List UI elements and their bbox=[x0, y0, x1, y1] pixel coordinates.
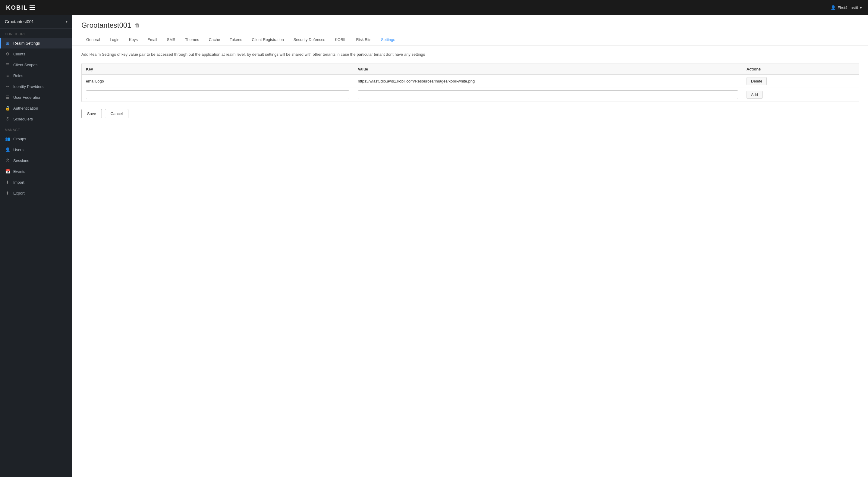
logo: KOBIL bbox=[6, 4, 35, 11]
sidebar-item-label: Sessions bbox=[13, 159, 29, 163]
tab-kobil[interactable]: KOBIL bbox=[330, 34, 351, 45]
new-key-cell bbox=[82, 88, 354, 101]
form-actions: Save Cancel bbox=[82, 109, 859, 118]
tab-settings[interactable]: Settings bbox=[376, 34, 400, 45]
delete-realm-icon[interactable]: 🗑 bbox=[135, 22, 140, 29]
col-header-key: Key bbox=[82, 64, 354, 74]
topbar: KOBIL 👤 First4 Last6 ▾ bbox=[0, 0, 868, 15]
settings-table: Key Value Actions emailLogo https://wlas… bbox=[82, 64, 859, 102]
sidebar-item-label: Clients bbox=[13, 52, 25, 56]
sidebar-item-users[interactable]: 👤 Users bbox=[0, 144, 72, 155]
logo-bars bbox=[30, 5, 35, 10]
sidebar-item-label: Realm Settings bbox=[13, 41, 40, 45]
user-menu[interactable]: 👤 First4 Last6 ▾ bbox=[831, 5, 862, 10]
sidebar-item-events[interactable]: 📅 Events bbox=[0, 166, 72, 177]
users-icon: 👤 bbox=[5, 147, 10, 152]
configure-section-label: Configure bbox=[0, 29, 72, 38]
sidebar-item-label: Export bbox=[13, 191, 25, 196]
clients-icon: ⚙ bbox=[5, 51, 10, 57]
cancel-button[interactable]: Cancel bbox=[105, 109, 128, 118]
tab-cache[interactable]: Cache bbox=[204, 34, 225, 45]
export-icon: ⬆ bbox=[5, 190, 10, 196]
sidebar-item-user-federation[interactable]: ☰ User Federation bbox=[0, 92, 72, 103]
new-key-input[interactable] bbox=[86, 90, 349, 99]
identity-providers-icon: ↔ bbox=[5, 84, 10, 89]
row-actions-cell: Delete bbox=[742, 74, 859, 88]
sidebar-item-sessions[interactable]: ⏱ Sessions bbox=[0, 155, 72, 166]
sidebar-item-clients[interactable]: ⚙ Clients bbox=[0, 48, 72, 59]
realm-arrow-icon: ▾ bbox=[66, 20, 67, 24]
sidebar-item-groups[interactable]: 👥 Groups bbox=[0, 133, 72, 144]
row-value-value: https://wlastudio.aws1.kobil.com/Resourc… bbox=[358, 79, 475, 83]
sidebar-item-label: Roles bbox=[13, 73, 23, 78]
tab-risk-bits[interactable]: Risk Bits bbox=[351, 34, 376, 45]
description-text: Add Realm Settings of key value pair to … bbox=[82, 52, 859, 58]
tab-security-defenses[interactable]: Security Defenses bbox=[289, 34, 330, 45]
sessions-icon: ⏱ bbox=[5, 158, 10, 163]
sidebar-item-identity-providers[interactable]: ↔ Identity Providers bbox=[0, 81, 72, 92]
tab-tokens[interactable]: Tokens bbox=[225, 34, 247, 45]
user-federation-icon: ☰ bbox=[5, 95, 10, 100]
user-dropdown-icon: ▾ bbox=[860, 5, 862, 10]
new-actions-cell: Add bbox=[742, 88, 859, 101]
app-body: Grootantest001 ▾ Configure ⊞ Realm Setti… bbox=[0, 15, 868, 477]
user-name: First4 Last6 bbox=[838, 5, 858, 10]
sidebar-item-label: Import bbox=[13, 180, 24, 184]
sidebar-item-export[interactable]: ⬆ Export bbox=[0, 188, 72, 199]
tab-email[interactable]: Email bbox=[143, 34, 162, 45]
row-value-cell: https://wlastudio.aws1.kobil.com/Resourc… bbox=[353, 74, 742, 88]
tab-client-registration[interactable]: Client Registration bbox=[247, 34, 288, 45]
delete-row-button[interactable]: Delete bbox=[747, 77, 767, 85]
logo-text: KOBIL bbox=[6, 4, 28, 11]
col-header-value: Value bbox=[353, 64, 742, 74]
row-key-value: emailLogo bbox=[86, 79, 104, 83]
sidebar-item-schedulers[interactable]: ⏱ Schedulers bbox=[0, 113, 72, 124]
save-button[interactable]: Save bbox=[82, 109, 102, 118]
tab-sms[interactable]: SMS bbox=[162, 34, 180, 45]
table-new-row: Add bbox=[82, 88, 859, 101]
col-header-actions: Actions bbox=[742, 64, 859, 74]
sidebar-item-label: Users bbox=[13, 147, 24, 152]
table-header-row: Key Value Actions bbox=[82, 64, 859, 74]
sidebar-item-label: Groups bbox=[13, 137, 26, 141]
tabs-bar: General Login Keys Email SMS Themes Cach… bbox=[72, 34, 868, 45]
events-icon: 📅 bbox=[5, 169, 10, 174]
sidebar-item-label: Client Scopes bbox=[13, 63, 37, 67]
realm-settings-icon: ⊞ bbox=[5, 40, 10, 46]
sidebar: Grootantest001 ▾ Configure ⊞ Realm Setti… bbox=[0, 15, 72, 477]
sidebar-item-label: Events bbox=[13, 169, 25, 174]
sidebar-item-label: User Federation bbox=[13, 95, 41, 100]
content-area: Add Realm Settings of key value pair to … bbox=[72, 45, 868, 124]
manage-section-label: Manage bbox=[0, 124, 72, 133]
new-value-input[interactable] bbox=[358, 90, 738, 99]
row-key-cell: emailLogo bbox=[82, 74, 354, 88]
sidebar-item-label: Authentication bbox=[13, 106, 38, 110]
roles-icon: ≡ bbox=[5, 73, 10, 78]
sidebar-item-client-scopes[interactable]: ☰ Client Scopes bbox=[0, 59, 72, 70]
sidebar-item-roles[interactable]: ≡ Roles bbox=[0, 70, 72, 81]
user-icon: 👤 bbox=[831, 5, 836, 10]
new-value-cell bbox=[353, 88, 742, 101]
groups-icon: 👥 bbox=[5, 136, 10, 141]
sidebar-item-authentication[interactable]: 🔒 Authentication bbox=[0, 103, 72, 113]
sidebar-item-label: Identity Providers bbox=[13, 84, 43, 89]
tab-login[interactable]: Login bbox=[105, 34, 124, 45]
add-row-button[interactable]: Add bbox=[747, 91, 763, 99]
page-title: Grootantest001 bbox=[82, 21, 131, 30]
authentication-icon: 🔒 bbox=[5, 105, 10, 111]
schedulers-icon: ⏱ bbox=[5, 116, 10, 122]
tab-themes[interactable]: Themes bbox=[180, 34, 204, 45]
import-icon: ⬇ bbox=[5, 179, 10, 185]
realm-name: Grootantest001 bbox=[5, 19, 34, 24]
main-content: Grootantest001 🗑 General Login Keys Emai… bbox=[72, 15, 868, 477]
realm-selector[interactable]: Grootantest001 ▾ bbox=[0, 15, 72, 29]
tab-general[interactable]: General bbox=[82, 34, 105, 45]
tab-keys[interactable]: Keys bbox=[124, 34, 143, 45]
page-header: Grootantest001 🗑 bbox=[72, 15, 868, 30]
sidebar-item-import[interactable]: ⬇ Import bbox=[0, 177, 72, 188]
sidebar-item-label: Schedulers bbox=[13, 117, 33, 122]
sidebar-item-realm-settings[interactable]: ⊞ Realm Settings bbox=[0, 38, 72, 48]
table-row: emailLogo https://wlastudio.aws1.kobil.c… bbox=[82, 74, 859, 88]
client-scopes-icon: ☰ bbox=[5, 62, 10, 67]
